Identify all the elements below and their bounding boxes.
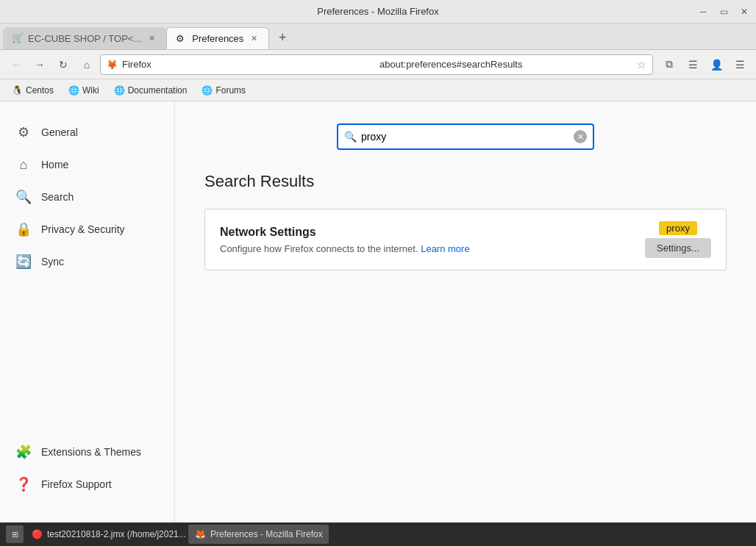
maximize-button[interactable]: ▭	[718, 6, 730, 18]
sidebar-search-label: Search	[41, 191, 74, 203]
bookmarks-bar: 🐧 Centos 🌐 Wiki 🌐 Documentation 🌐 Forums	[0, 79, 756, 101]
sidebar-general-label: General	[41, 126, 78, 138]
taskbar-jmeter-label: test20210818-2.jmx (/home/j2021...	[47, 529, 186, 539]
preferences-favicon: ⚙	[176, 33, 188, 45]
sidebar-privacy-label: Privacy & Security	[41, 223, 125, 235]
lock-icon: 🔒	[15, 221, 32, 237]
preferences-search-bar[interactable]: 🔍 ✕	[337, 123, 594, 150]
address-bar[interactable]: 🦊 Firefox about:preferences#searchResult…	[100, 54, 653, 75]
menu-icon[interactable]: ☰	[730, 54, 750, 75]
learn-more-link[interactable]: Learn more	[421, 243, 469, 254]
content-area: 🔍 ✕ Search Results Network Settings Conf…	[175, 101, 756, 522]
sidebar: ⚙ General ⌂ Home 🔍 Search 🔒 Privacy & Se…	[0, 101, 175, 522]
reload-button[interactable]: ↻	[53, 54, 74, 75]
address-protocol-label: Firefox	[122, 59, 375, 70]
sidebar-item-support[interactable]: ❓ Firefox Support	[0, 468, 174, 500]
tab-preferences-label: Preferences	[192, 33, 243, 44]
tab-ec-cube-label: EC-CUBE SHOP / TOP<...	[28, 33, 141, 44]
forward-button[interactable]: →	[29, 54, 50, 75]
window-title: Preferences - Mozilla Firefox	[317, 6, 438, 17]
sidebar-bottom: 🧩 Extensions & Themes ❓ Firefox Support	[0, 436, 174, 508]
network-settings-title: Network Settings	[220, 226, 470, 239]
sidebar-item-extensions[interactable]: 🧩 Extensions & Themes	[0, 436, 174, 468]
sidebar-home-label: Home	[41, 159, 68, 170]
bookmark-wiki[interactable]: 🌐 Wiki	[63, 82, 105, 98]
bookmark-documentation[interactable]: 🌐 Documentation	[108, 82, 193, 98]
sidebar-item-sync[interactable]: 🔄 Sync	[0, 245, 174, 278]
taskbar-item-jmeter[interactable]: 🔴 test20210818-2.jmx (/home/j2021...	[25, 525, 187, 544]
network-settings-result: Network Settings Configure how Firefox c…	[204, 209, 727, 270]
nav-right-icons: ⧉ ☰ 👤 ☰	[659, 54, 750, 75]
bookmark-centos-label: Centos	[26, 85, 54, 96]
home-button[interactable]: ⌂	[76, 54, 97, 75]
sidebar-item-general[interactable]: ⚙ General	[0, 116, 174, 148]
bookmark-wiki-label: Wiki	[82, 85, 99, 96]
search-bar-wrap: 🔍 ✕	[204, 123, 727, 150]
ec-cube-favicon: 🛒	[12, 32, 24, 44]
gear-icon: ⚙	[15, 124, 32, 140]
reader-view-icon[interactable]: ☰	[682, 54, 703, 75]
main-area: ⚙ General ⌂ Home 🔍 Search 🔒 Privacy & Se…	[0, 101, 756, 522]
home-icon: ⌂	[15, 157, 32, 173]
help-icon: ❓	[15, 476, 32, 492]
bookmark-forums-label: Forums	[215, 85, 246, 96]
centos-icon: 🐧	[12, 85, 23, 96]
sidebar-sync-label: Sync	[41, 256, 64, 267]
tab-preferences[interactable]: ⚙ Preferences ✕	[166, 27, 269, 49]
bookmark-forums[interactable]: 🌐 Forums	[196, 82, 252, 98]
sidebar-support-label: Firefox Support	[41, 478, 112, 490]
jmeter-taskbar-icon: 🔴	[31, 528, 43, 540]
taskbar-firefox-label: Preferences - Mozilla Firefox	[210, 529, 323, 539]
search-results-title: Search Results	[204, 172, 727, 191]
sync-icon: 🔄	[15, 254, 32, 270]
sidebar-extensions-label: Extensions & Themes	[41, 446, 141, 458]
network-settings-desc: Configure how Firefox connects to the in…	[220, 243, 470, 254]
taskbar-expand-button[interactable]: ⊞	[6, 525, 24, 543]
sidebar-item-search[interactable]: 🔍 Search	[0, 181, 174, 213]
taskbar-item-firefox[interactable]: 🦊 Preferences - Mozilla Firefox	[188, 525, 329, 544]
address-url: about:preferences#searchResults	[379, 59, 632, 70]
network-settings-button[interactable]: Settings...	[645, 238, 711, 258]
address-protocol-icon: 🦊	[107, 60, 118, 70]
result-left: Network Settings Configure how Firefox c…	[220, 226, 470, 254]
window-controls: ─ ▭ ✕	[697, 6, 750, 18]
minimize-button[interactable]: ─	[697, 6, 709, 18]
tab-ec-cube[interactable]: 🛒 EC-CUBE SHOP / TOP<... ✕	[3, 27, 166, 49]
tab-ec-cube-close[interactable]: ✕	[146, 32, 157, 44]
sidebar-item-privacy[interactable]: 🔒 Privacy & Security	[0, 213, 174, 245]
preferences-search-input[interactable]	[361, 131, 569, 143]
close-button[interactable]: ✕	[738, 6, 750, 18]
search-icon: 🔍	[15, 189, 32, 205]
bookmark-star-icon[interactable]: ☆	[637, 59, 646, 71]
nav-bar: ← → ↻ ⌂ 🦊 Firefox about:preferences#sear…	[0, 50, 756, 79]
result-right: proxy Settings...	[645, 221, 711, 258]
bookmark-centos[interactable]: 🐧 Centos	[6, 82, 60, 98]
tab-bar: 🛒 EC-CUBE SHOP / TOP<... ✕ ⚙ Preferences…	[0, 24, 756, 50]
proxy-badge: proxy	[659, 221, 697, 235]
synced-tabs-icon[interactable]: ⧉	[659, 54, 680, 75]
account-icon[interactable]: 👤	[706, 54, 727, 75]
new-tab-button[interactable]: +	[272, 27, 293, 48]
forums-icon: 🌐	[202, 85, 213, 96]
sidebar-top: ⚙ General ⌂ Home 🔍 Search 🔒 Privacy & Se…	[0, 116, 174, 278]
search-clear-button[interactable]: ✕	[574, 130, 587, 143]
puzzle-icon: 🧩	[15, 444, 32, 460]
sidebar-item-home[interactable]: ⌂ Home	[0, 148, 174, 181]
tab-preferences-close[interactable]: ✕	[248, 33, 260, 45]
wiki-icon: 🌐	[68, 85, 79, 96]
taskbar: ⊞ 🔴 test20210818-2.jmx (/home/j2021... 🦊…	[0, 522, 756, 546]
firefox-taskbar-icon: 🦊	[194, 528, 206, 540]
documentation-icon: 🌐	[114, 85, 125, 96]
title-bar: Preferences - Mozilla Firefox ─ ▭ ✕	[0, 0, 756, 24]
back-button[interactable]: ←	[6, 54, 26, 75]
network-settings-desc-text: Configure how Firefox connects to the in…	[220, 243, 418, 254]
bookmark-documentation-label: Documentation	[128, 85, 188, 96]
search-bar-icon: 🔍	[344, 131, 357, 143]
